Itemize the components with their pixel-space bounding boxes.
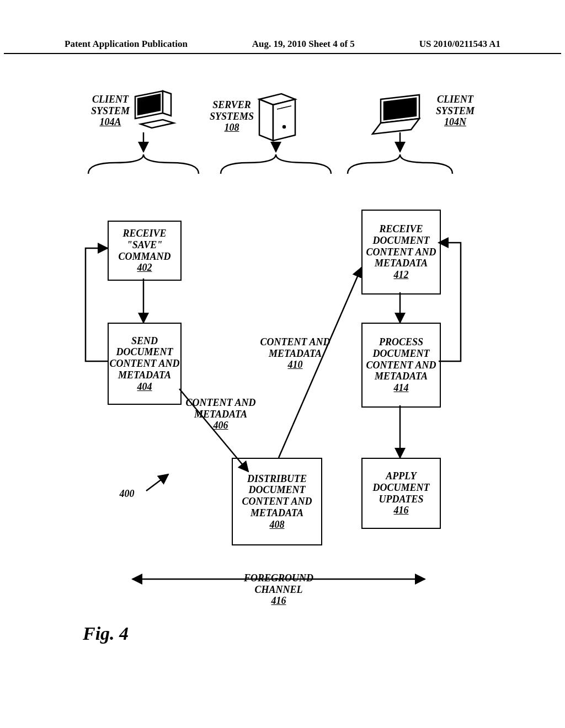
header-left: Patent Application Publication — [65, 39, 188, 50]
channel-label: FOREGROUND CHANNEL416 — [226, 572, 331, 607]
page-header: Patent Application Publication Aug. 19, … — [4, 39, 561, 54]
header-right: US 2010/0211543 A1 — [419, 39, 500, 50]
label-406: CONTENT AND METADATA406 — [177, 397, 265, 431]
box-414: PROCESS DOCUMENT CONTENT AND METADATA414 — [361, 323, 441, 408]
figure-ref-400: 400 — [110, 488, 143, 500]
figure-diagram: CLIENT SYSTEM 104A SERVER SYSTEMS 108 CL… — [61, 88, 497, 640]
box-404: SEND DOCUMENT CONTENT AND METADATA404 — [108, 323, 182, 405]
header-center: Aug. 19, 2010 Sheet 4 of 5 — [252, 39, 355, 50]
svg-point-0 — [283, 126, 285, 128]
figure-caption: Fig. 4 — [83, 623, 129, 644]
box-402: RECEIVE "SAVE" COMMAND402 — [108, 221, 182, 281]
box-416: APPLY DOCUMENT UPDATES416 — [361, 458, 441, 529]
box-412: RECEIVE DOCUMENT CONTENT AND METADATA412 — [361, 210, 441, 295]
box-408: DISTRIBUTE DOCUMENT CONTENT AND METADATA… — [232, 458, 322, 545]
label-410: CONTENT AND METADATA410 — [248, 336, 342, 371]
